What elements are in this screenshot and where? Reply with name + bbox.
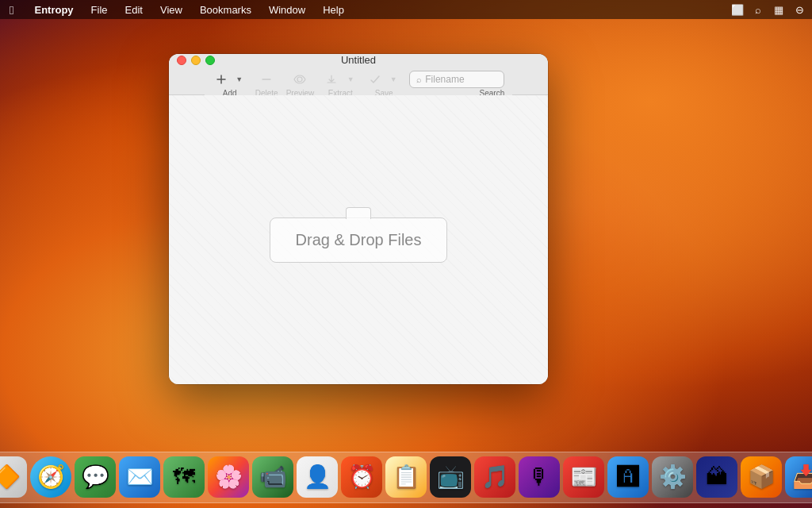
appletv-icon: 📺 — [437, 466, 465, 488]
titlebar-title-row: Untitled — [169, 54, 548, 66]
photos-icon: 🌸 — [215, 466, 243, 488]
drop-box: Drag & Drop Files — [270, 217, 448, 263]
apple-menu[interactable]:  — [6, 2, 17, 18]
toolbar-add-row: ▼ — [213, 71, 247, 88]
search-menubar-icon[interactable]: ⌕ — [752, 3, 764, 16]
news-icon: 📰 — [570, 466, 598, 488]
dock: 🔵🔶🧭💬✉️🗺🌸📹👤⏰📋📺🎵🎙📰🅰⚙️🏔📦📥🗑 — [0, 452, 812, 503]
downloads-icon: 📥 — [792, 466, 813, 488]
traffic-lights — [177, 56, 215, 65]
dock-item-sysprefs[interactable]: ⚙️ — [652, 456, 693, 498]
search-placeholder: Filename — [425, 74, 464, 85]
dock-item-music[interactable]: 🎵 — [474, 456, 515, 498]
wifi-icon[interactable]: ▦ — [772, 3, 785, 16]
messages-icon: 💬 — [82, 466, 109, 488]
mail-icon: ✉️ — [126, 466, 154, 488]
save-button[interactable] — [366, 71, 384, 88]
menubar-left:  Entropy File Edit View Bookmarks Windo… — [6, 2, 347, 18]
notes-icon: 📋 — [393, 466, 420, 488]
dock-item-safari[interactable]: 🧭 — [30, 456, 71, 498]
facetime-icon: 📹 — [259, 466, 287, 488]
toolbar-save-group: ▼ Save — [366, 71, 401, 98]
minimize-button[interactable] — [191, 56, 201, 65]
drop-text: Drag & Drop Files — [296, 231, 422, 248]
titlebar: Untitled ▼ Add — [169, 54, 548, 95]
dock-item-entropy[interactable]: 📦 — [741, 456, 782, 498]
search-box[interactable]: ⌕ Filename — [409, 71, 504, 88]
menu-file[interactable]: File — [88, 2, 111, 17]
maximize-button[interactable] — [205, 56, 215, 65]
launchpad-icon: 🔶 — [0, 466, 21, 488]
screen-record-icon[interactable]: ⬜ — [731, 3, 744, 16]
menu-app-name[interactable]: Entropy — [31, 2, 76, 17]
delete-button[interactable] — [258, 71, 275, 88]
sysprefs-icon: ⚙️ — [659, 466, 687, 488]
appstore-icon: 🅰 — [617, 466, 639, 488]
entropy-icon: 📦 — [748, 466, 776, 488]
maps-icon: 🗺 — [173, 466, 195, 488]
dock-item-launchpad[interactable]: 🔶 — [0, 456, 27, 498]
save-dropdown-button[interactable]: ▼ — [385, 71, 401, 88]
menubar-right: ⬜ ⌕ ▦ ⊖ — [731, 3, 806, 16]
dock-item-altitude[interactable]: 🏔 — [696, 456, 737, 498]
toolbar-delete-row — [258, 71, 275, 88]
dock-item-facetime[interactable]: 📹 — [252, 456, 293, 498]
search-icon: ⌕ — [416, 75, 422, 84]
menu-view[interactable]: View — [157, 2, 186, 17]
safari-icon: 🧭 — [37, 466, 65, 488]
extract-dropdown-button[interactable]: ▼ — [343, 71, 358, 88]
contacts-icon: 👤 — [304, 466, 331, 488]
close-button[interactable] — [177, 56, 186, 65]
dock-item-contacts[interactable]: 👤 — [297, 456, 338, 498]
dock-item-podcasts[interactable]: 🎙 — [519, 456, 560, 498]
dock-item-mail[interactable]: ✉️ — [119, 456, 160, 498]
preview-button[interactable] — [290, 71, 309, 88]
toolbar-preview-group: Preview — [286, 71, 315, 98]
menu-help[interactable]: Help — [320, 2, 347, 17]
menu-window[interactable]: Window — [266, 2, 308, 17]
dock-item-downloads[interactable]: 📥 — [785, 456, 812, 498]
podcasts-icon: 🎙 — [528, 466, 550, 488]
app-window: Untitled ▼ Add — [169, 54, 548, 384]
dock-item-messages[interactable]: 💬 — [75, 456, 116, 498]
window-title: Untitled — [341, 54, 376, 66]
altitude-icon: 🏔 — [706, 466, 728, 488]
dock-item-appstore[interactable]: 🅰 — [607, 456, 649, 498]
dock-item-news[interactable]: 📰 — [563, 456, 604, 498]
dock-item-maps[interactable]: 🗺 — [163, 456, 205, 498]
dock-item-photos[interactable]: 🌸 — [208, 456, 249, 498]
drop-zone: Drag & Drop Files — [270, 217, 448, 263]
music-icon: 🎵 — [481, 466, 509, 488]
toolbar-delete-group: Delete — [255, 71, 278, 98]
add-button[interactable] — [213, 71, 230, 88]
dock-item-reminders[interactable]: ⏰ — [341, 456, 382, 498]
battery-icon[interactable]: ⊖ — [793, 3, 806, 16]
dock-item-appletv[interactable]: 📺 — [430, 456, 471, 498]
add-dropdown-button[interactable]: ▼ — [232, 71, 247, 88]
dock-item-notes[interactable]: 📋 — [385, 456, 427, 498]
reminders-icon: ⏰ — [348, 466, 376, 488]
extract-button[interactable] — [322, 71, 341, 88]
menubar:  Entropy File Edit View Bookmarks Windo… — [0, 0, 812, 19]
toolbar-add-group: ▼ Add — [213, 71, 247, 98]
menu-edit[interactable]: Edit — [122, 2, 146, 17]
toolbar-extract-group: ▼ Extract — [322, 71, 358, 98]
toolbar-search-group: ⌕ Filename Search — [409, 71, 504, 98]
svg-point-3 — [297, 77, 302, 82]
content-area[interactable]: Drag & Drop Files — [169, 95, 548, 384]
menu-bookmarks[interactable]: Bookmarks — [197, 2, 255, 17]
